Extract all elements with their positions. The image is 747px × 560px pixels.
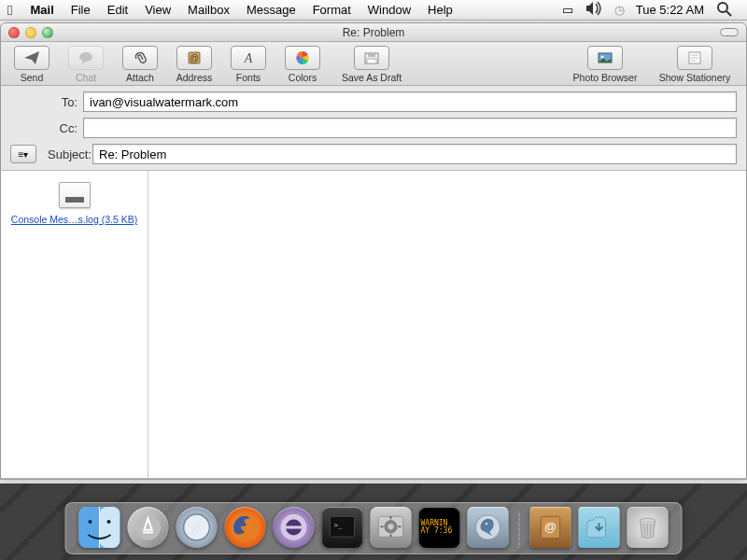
subject-label: Subject:	[48, 147, 92, 161]
toolbar-toggle-button[interactable]	[720, 28, 739, 36]
apple-menu-icon[interactable]: 	[7, 2, 12, 18]
dock-addressbook-icon[interactable]: @	[530, 507, 571, 548]
save-as-draft-button[interactable]: Save As Draft	[333, 46, 410, 83]
show-stationery-label: Show Stationery	[659, 72, 730, 83]
colors-label: Colors	[289, 72, 317, 83]
dock-eclipse-icon[interactable]	[274, 507, 315, 548]
svg-point-30	[388, 524, 394, 529]
dock: >_ WARNIN AY 7:36 @	[65, 502, 683, 554]
close-button[interactable]	[8, 27, 20, 38]
address-label: Address	[176, 72, 213, 83]
show-stationery-button[interactable]: Show Stationery	[651, 46, 739, 83]
svg-text:@: @	[190, 53, 199, 63]
chat-button: Chat	[63, 46, 109, 83]
attach-label: Attach	[126, 72, 154, 83]
svg-text:>_: >_	[334, 521, 343, 529]
volume-icon[interactable]	[579, 0, 609, 20]
cc-label: Cc:	[10, 121, 83, 135]
svg-point-2	[79, 52, 92, 62]
dock-safari-icon[interactable]	[176, 507, 218, 548]
dock-console-icon[interactable]: WARNIN AY 7:36	[419, 507, 460, 548]
window-title: Re: Problem	[1, 26, 746, 39]
svg-point-0	[718, 3, 727, 12]
to-field[interactable]	[83, 91, 737, 112]
header-fields: To: Cc: ≡▾ Subject:	[1, 86, 746, 171]
svg-line-1	[726, 11, 731, 16]
svg-point-21	[184, 514, 210, 540]
compose-window: Re: Problem Send Chat Attach @ Address A…	[0, 22, 747, 480]
subject-field[interactable]	[92, 144, 737, 164]
menu-view[interactable]: View	[136, 3, 179, 17]
menu-edit[interactable]: Edit	[99, 3, 136, 17]
dock-terminal-icon[interactable]: >_	[322, 507, 363, 548]
app-menu[interactable]: Mail	[21, 3, 62, 17]
chat-label: Chat	[76, 72, 96, 83]
menu-window[interactable]: Window	[359, 3, 419, 17]
send-button[interactable]: Send	[8, 46, 55, 83]
menu-format[interactable]: Format	[304, 3, 359, 17]
spotlight-icon[interactable]	[710, 0, 740, 20]
fonts-button[interactable]: A Fonts	[225, 46, 272, 83]
timemachine-icon[interactable]: ◷	[609, 3, 630, 17]
svg-point-36	[486, 523, 487, 525]
zoom-button[interactable]	[42, 27, 53, 38]
attachment-name[interactable]: Console Mes…s.log (3.5 KB)	[1, 214, 148, 225]
svg-rect-17	[100, 507, 120, 548]
svg-text:@: @	[544, 520, 557, 534]
menu-file[interactable]: File	[63, 3, 99, 17]
toolbar: Send Chat Attach @ Address A Fonts Color…	[1, 42, 746, 86]
cc-field[interactable]	[83, 118, 737, 138]
save-draft-label: Save As Draft	[342, 72, 402, 83]
svg-point-19	[107, 520, 111, 524]
colors-button[interactable]: Colors	[279, 46, 326, 83]
send-label: Send	[21, 72, 44, 83]
menu-mailbox[interactable]: Mailbox	[179, 3, 238, 17]
to-label: To:	[10, 95, 83, 109]
dock-downloads-icon[interactable]	[579, 507, 620, 548]
titlebar[interactable]: Re: Problem	[1, 23, 746, 42]
svg-rect-9	[367, 59, 376, 63]
attachment-region: Console Mes…s.log (3.5 KB)	[1, 171, 148, 478]
attachment-file-icon[interactable]	[59, 182, 91, 208]
dock-separator	[519, 511, 520, 548]
svg-point-18	[89, 520, 92, 524]
attach-button[interactable]: Attach	[117, 46, 163, 83]
clock[interactable]: Tue 5:22 AM	[630, 3, 710, 17]
message-body[interactable]: Console Mes…s.log (3.5 KB)	[1, 171, 746, 479]
display-icon[interactable]: ▭	[557, 3, 579, 17]
fonts-label: Fonts	[236, 72, 261, 83]
dock-trash-icon[interactable]	[627, 507, 669, 548]
minimize-button[interactable]	[25, 27, 36, 38]
svg-rect-25	[284, 525, 304, 528]
dock-finder-icon[interactable]	[79, 507, 120, 548]
header-options-button[interactable]: ≡▾	[10, 145, 36, 163]
dock-firefox-icon[interactable]	[225, 507, 266, 548]
menu-message[interactable]: Message	[238, 3, 304, 17]
photo-browser-label: Photo Browser	[573, 72, 638, 83]
dock-sysprefs-icon[interactable]	[371, 507, 412, 548]
menu-help[interactable]: Help	[419, 3, 461, 17]
dock-mail-icon[interactable]	[468, 507, 509, 548]
svg-rect-8	[368, 53, 375, 57]
menubar:  Mail File Edit View Mailbox Message Fo…	[0, 0, 747, 21]
dock-appstore-icon[interactable]	[128, 507, 169, 548]
photo-browser-button[interactable]: Photo Browser	[567, 46, 643, 83]
address-button[interactable]: @ Address	[171, 46, 218, 83]
svg-text:A: A	[244, 51, 253, 65]
